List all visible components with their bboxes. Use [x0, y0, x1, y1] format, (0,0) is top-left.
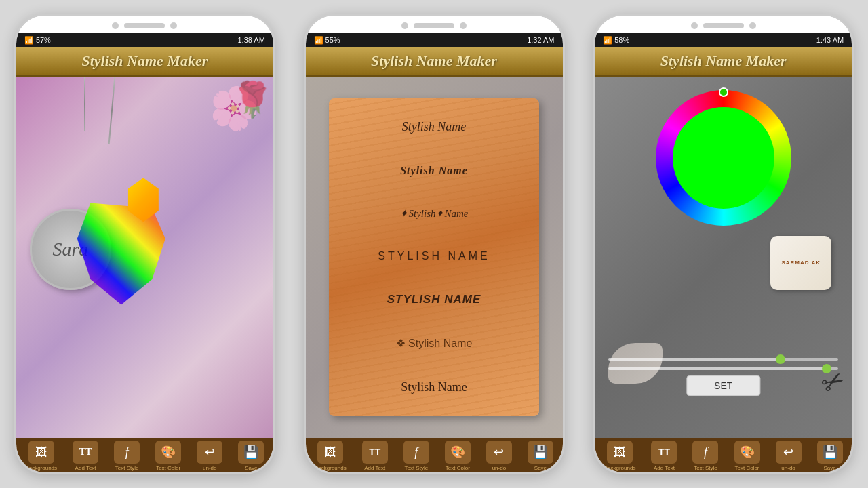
phone-top-1	[16, 16, 273, 33]
font-item-5[interactable]: STYLISH NAME	[339, 293, 530, 306]
toolbar-undo-1[interactable]: ↩ un-do	[197, 441, 222, 471]
toolbar-backgrounds-2[interactable]: 🖼 Backgrounds	[315, 441, 347, 471]
color-selected-preview	[673, 107, 774, 209]
textstyle-label-2: Text Style	[404, 465, 428, 471]
sarmad-keychain-text: SARMAD AK	[781, 260, 821, 266]
app-title-1: Stylish Name Maker	[23, 52, 267, 70]
slider-track-2[interactable]	[608, 367, 838, 370]
set-button[interactable]: SET	[686, 375, 760, 396]
rose2-decoration: 🌹	[231, 80, 273, 119]
textcolor-label-3: Text Color	[735, 465, 760, 471]
textcolor-icon-3: 🎨	[734, 441, 760, 464]
status-bar-2: 📶 55% 1:32 AM	[306, 33, 563, 47]
phone-3: 📶 58% 1:43 AM Stylish Name Maker SARMAD …	[578, 0, 868, 488]
addtext-icon-2: TT	[362, 441, 388, 464]
textcolor-icon: 🎨	[155, 441, 181, 464]
app-title-3: Stylish Name Maker	[601, 52, 845, 70]
undo-label-3: un-do	[781, 465, 795, 471]
toolbar-undo-3[interactable]: ↩ un-do	[776, 441, 802, 471]
phone-frame-3: 📶 58% 1:43 AM Stylish Name Maker SARMAD …	[593, 14, 854, 474]
jewelry-background: 🌸 🌹 Sara	[16, 77, 273, 438]
textstyle-label: Text Style	[115, 465, 139, 471]
slider-row-2	[608, 367, 838, 370]
sensor-dot-3	[749, 22, 756, 29]
font-item-3-text: ✦Stylish✦Name	[399, 208, 468, 219]
font-item-6-text: Stylish Name	[408, 338, 472, 349]
backgrounds-label-3: Backgrounds	[604, 465, 636, 471]
toolbar-addtext-2[interactable]: TT Add Text	[362, 441, 388, 471]
color-wheel[interactable]	[656, 90, 791, 226]
sensor-dot-2	[460, 22, 467, 29]
addtext-label-2: Add Text	[364, 465, 385, 471]
save-label-3: Save	[824, 465, 836, 471]
save-icon-2: 💾	[528, 441, 553, 464]
undo-icon: ↩	[197, 441, 222, 464]
camera-dot-3	[691, 22, 698, 29]
undo-icon-2: ↩	[486, 441, 512, 464]
toolbar-save-2[interactable]: 💾 Save	[528, 441, 553, 471]
toolbar-textstyle-1[interactable]: f Text Style	[114, 441, 140, 471]
slider-row-1	[608, 358, 838, 361]
toolbar-addtext-3[interactable]: TT Add Text	[651, 441, 677, 471]
toolbar-save-1[interactable]: 💾 Save	[238, 441, 264, 471]
color-wheel-container[interactable]	[656, 90, 791, 226]
backgrounds-icon-2: 🖼	[317, 441, 343, 464]
addtext-label-3: Add Text	[654, 465, 675, 471]
slider-thumb-2[interactable]	[822, 364, 831, 373]
sarmad-keychain: SARMAD AK	[770, 236, 831, 290]
toolbar-textstyle-2[interactable]: f Text Style	[403, 441, 429, 471]
textstyle-label-3: Text Style	[694, 465, 717, 471]
status-bar-1: 📶 57% 1:38 AM	[16, 33, 273, 47]
backgrounds-label-2: Backgrounds	[315, 465, 347, 471]
phone-frame-1: 📶 57% 1:38 AM Stylish Name Maker 🌸 🌹 Sar…	[14, 14, 275, 474]
textstyle-icon-3: f	[692, 441, 718, 464]
phone-top-3	[595, 16, 852, 33]
textstyle-icon: f	[114, 441, 140, 464]
status-bar-3: 📶 58% 1:43 AM	[595, 33, 852, 47]
sensor-dot	[170, 22, 177, 29]
app-content-1: 🌸 🌹 Sara	[16, 77, 273, 438]
slider-thumb-1[interactable]	[776, 354, 785, 364]
app-title-2: Stylish Name Maker	[313, 52, 556, 70]
app-header-2: Stylish Name Maker	[306, 47, 563, 77]
toolbar-backgrounds-3[interactable]: 🖼 Backgrounds	[604, 441, 636, 471]
undo-label: un-do	[203, 465, 216, 471]
font-item-7[interactable]: Stylish Name	[339, 380, 530, 394]
chain-left	[84, 77, 85, 131]
signal-strength-3: 📶 58%	[603, 36, 629, 45]
signal-strength: 📶 57%	[24, 36, 51, 45]
toolbar-3: 🖼 Backgrounds TT Add Text f Text Style 🎨…	[595, 438, 852, 472]
app-content-2: Stylish Name Stylish Name ✦Stylish✦Name …	[306, 77, 563, 438]
speaker-2	[414, 23, 454, 28]
font-item-4[interactable]: STYLISH NAME	[339, 250, 530, 262]
backgrounds-icon-3: 🖼	[607, 441, 633, 464]
addtext-label: Add Text	[75, 465, 96, 471]
sliders-area	[608, 358, 838, 377]
font-item-2[interactable]: Stylish Name	[339, 165, 530, 177]
font-item-1[interactable]: Stylish Name	[339, 120, 530, 134]
backgrounds-icon: 🖼	[28, 441, 54, 464]
phone-top-2	[306, 16, 563, 33]
toolbar-textstyle-3[interactable]: f Text Style	[692, 441, 718, 471]
time-display-3: 1:43 AM	[816, 36, 844, 44]
toolbar-textcolor-2[interactable]: 🎨 Text Color	[445, 441, 471, 471]
toolbar-textcolor-1[interactable]: 🎨 Text Color	[155, 441, 181, 471]
font-item-3[interactable]: ✦Stylish✦Name	[339, 207, 530, 220]
addtext-icon: TT	[73, 441, 98, 464]
textcolor-label: Text Color	[156, 465, 180, 471]
color-wheel-dot[interactable]	[719, 87, 728, 97]
speaker	[124, 23, 165, 28]
toolbar-undo-2[interactable]: ↩ un-do	[486, 441, 512, 471]
font-item-6[interactable]: ❖ Stylish Name	[339, 337, 530, 350]
phone-2: 📶 55% 1:32 AM Stylish Name Maker Stylish…	[290, 0, 579, 488]
slider-fill-1	[608, 358, 781, 361]
slider-track-1[interactable]	[608, 358, 838, 361]
toolbar-save-3[interactable]: 💾 Save	[817, 441, 843, 471]
app-header-3: Stylish Name Maker	[595, 47, 852, 77]
toolbar-textcolor-3[interactable]: 🎨 Text Color	[734, 441, 760, 471]
slider-fill-2	[608, 367, 827, 370]
textcolor-label-2: Text Color	[446, 465, 470, 471]
toolbar-addtext-1[interactable]: TT Add Text	[73, 441, 98, 471]
textcolor-icon-2: 🎨	[445, 441, 471, 464]
toolbar-backgrounds-1[interactable]: 🖼 Backgrounds	[25, 441, 57, 471]
